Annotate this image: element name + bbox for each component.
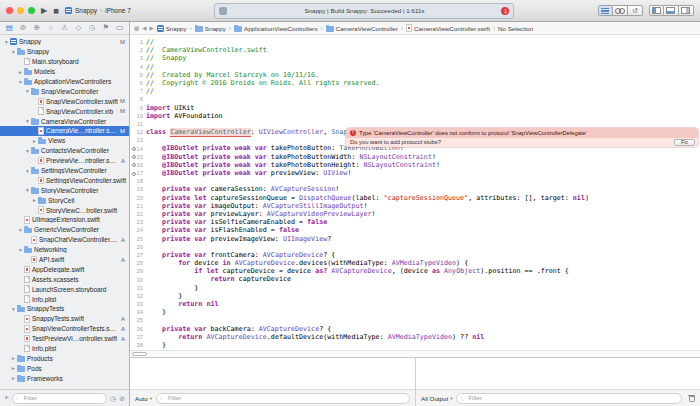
line-number[interactable]: 10 bbox=[130, 113, 146, 119]
disclosure-open-icon[interactable]: ▾ bbox=[24, 148, 31, 154]
code-line[interactable]: 11 bbox=[130, 120, 700, 128]
debug-navigator-icon[interactable]: ◷ bbox=[86, 24, 99, 32]
related-items-icon[interactable]: ▦ bbox=[134, 25, 139, 31]
code-line[interactable]: 28 for device in AVCaptureDevice.devices… bbox=[130, 259, 700, 267]
file-tree-row[interactable]: PreviewVie…ntroller.swiftA bbox=[0, 156, 129, 166]
code-line[interactable]: 4// bbox=[130, 63, 700, 71]
outlet-connector-icon[interactable] bbox=[132, 172, 136, 176]
disclosure-open-icon[interactable]: ▾ bbox=[24, 118, 31, 124]
line-number[interactable]: 17 bbox=[130, 170, 146, 176]
line-number[interactable]: 27 bbox=[130, 252, 146, 258]
file-tree-row[interactable]: ▸Frameworks bbox=[0, 373, 129, 383]
line-number[interactable]: 24 bbox=[130, 227, 146, 233]
code-line[interactable]: 17 @IBOutlet private weak var previewVie… bbox=[130, 169, 700, 177]
file-tree-row[interactable]: ▾Snappy bbox=[0, 47, 129, 57]
file-tree-row[interactable]: ▸Pods bbox=[0, 363, 129, 373]
disclosure-open-icon[interactable]: ▾ bbox=[24, 88, 31, 94]
standard-editor-button[interactable] bbox=[598, 5, 613, 16]
code-line[interactable]: 32 } bbox=[130, 292, 700, 300]
activity-viewer[interactable]: Snappy | Build Snappy: Succeeded | 1:611… bbox=[214, 3, 514, 19]
outlet-connector-icon[interactable] bbox=[132, 147, 136, 151]
issue-count-badge[interactable]: 1 bbox=[501, 7, 509, 15]
disclosure-open-icon[interactable]: ▾ bbox=[24, 168, 31, 174]
code-line[interactable]: 2// CameraViewController.swift bbox=[130, 46, 700, 54]
line-number[interactable]: 31 bbox=[130, 285, 146, 291]
disclosure-open-icon[interactable]: ▾ bbox=[17, 247, 24, 253]
file-tree-row[interactable]: ▾GenericViewController bbox=[0, 225, 129, 235]
file-tree-row[interactable]: ▾ContactsViewController bbox=[0, 146, 129, 156]
file-tree-row[interactable]: ▾SnappyTests bbox=[0, 304, 129, 314]
line-number[interactable]: 37 bbox=[130, 334, 146, 340]
file-tree-row[interactable]: Assets.xcassets bbox=[0, 274, 129, 284]
stop-button[interactable]: ◼ bbox=[53, 7, 59, 14]
code-line[interactable]: 1// bbox=[130, 38, 700, 46]
file-tree-row[interactable]: TestPreviewVi…ontroller.swiftA bbox=[0, 334, 129, 344]
code-line[interactable]: 24 private var isFlashEnabled = false bbox=[130, 226, 700, 234]
disclosure-closed-icon[interactable]: ▸ bbox=[17, 69, 24, 75]
file-tree-row[interactable]: ▸Views bbox=[0, 136, 129, 146]
line-number[interactable]: 34 bbox=[130, 309, 146, 315]
line-number[interactable]: 22 bbox=[130, 211, 146, 217]
file-tree-row[interactable]: ▾SnapViewController bbox=[0, 86, 129, 96]
line-number[interactable]: 11 bbox=[130, 121, 146, 127]
file-tree-row[interactable]: SnapViewController.xibM bbox=[0, 106, 129, 116]
back-button[interactable]: ◀ bbox=[142, 25, 146, 31]
breadcrumb-item[interactable]: Snappy bbox=[157, 25, 187, 32]
line-number[interactable]: 13 bbox=[130, 137, 146, 143]
file-tree-row[interactable]: SnapViewControllerTests.swiftA bbox=[0, 324, 129, 334]
code-line[interactable]: 33 return nil bbox=[130, 300, 700, 308]
file-tree-row[interactable]: SnapChatViewController.swiftA bbox=[0, 235, 129, 245]
toggle-inspector-button[interactable] bbox=[679, 5, 694, 16]
code-line[interactable]: 19 private var cameraSession: AVCaptureS… bbox=[130, 185, 700, 193]
breadcrumb-item[interactable]: CameraViewController.swift bbox=[406, 24, 490, 32]
code-line[interactable]: 10import AVFoundation bbox=[130, 112, 700, 120]
variables-filter-input[interactable] bbox=[156, 393, 410, 404]
line-number[interactable]: 33 bbox=[130, 301, 146, 307]
line-number[interactable]: 3 bbox=[130, 55, 146, 61]
code-line[interactable]: 21 private var imageOutput: AVCaptureSti… bbox=[130, 202, 700, 210]
code-line[interactable]: 23 private var isSelfieCameraEnabled = f… bbox=[130, 218, 700, 226]
assistant-editor-button[interactable] bbox=[613, 5, 628, 16]
line-number[interactable]: 25 bbox=[130, 236, 146, 242]
navigator-filter-input[interactable] bbox=[12, 393, 107, 404]
line-number[interactable]: 8 bbox=[130, 96, 146, 102]
line-number[interactable]: 7 bbox=[130, 88, 146, 94]
file-tree-row[interactable]: ▸Products bbox=[0, 354, 129, 364]
variables-scope-popup[interactable]: Auto ▾ bbox=[135, 395, 152, 402]
toggle-navigator-button[interactable] bbox=[649, 5, 664, 16]
minimize-window-button[interactable] bbox=[17, 7, 24, 14]
code-line[interactable]: 34 } bbox=[130, 308, 700, 316]
project-navigator-icon[interactable]: ▤ bbox=[3, 24, 16, 32]
line-number[interactable]: 4 bbox=[130, 64, 146, 70]
console-output[interactable] bbox=[416, 358, 700, 389]
outlet-connector-icon[interactable] bbox=[132, 163, 136, 167]
file-tree-row[interactable]: Main.storyboard bbox=[0, 57, 129, 67]
version-editor-button[interactable]: ↺ bbox=[628, 5, 643, 16]
breadcrumb-item[interactable]: ApplicationViewControllers bbox=[234, 25, 318, 32]
file-tree-row[interactable]: LaunchScreen.storyboard bbox=[0, 284, 129, 294]
close-window-button[interactable] bbox=[6, 7, 13, 14]
line-number[interactable]: 15 bbox=[130, 154, 146, 160]
code-line[interactable]: 15 @IBOutlet private weak var takePhotoB… bbox=[130, 153, 700, 161]
horizontal-scrollbar[interactable] bbox=[130, 350, 700, 357]
zoom-window-button[interactable] bbox=[28, 7, 35, 14]
code-line[interactable]: 5// Created by Marcel Starczyk on 10/11/… bbox=[130, 71, 700, 79]
file-tree-row[interactable]: AppDelegate.swift bbox=[0, 264, 129, 274]
line-number[interactable]: 32 bbox=[130, 293, 146, 299]
test-navigator-icon[interactable]: ◇ bbox=[72, 24, 85, 32]
scrollbar-thumb[interactable] bbox=[132, 352, 147, 356]
code-line[interactable]: 27 private var frontCamera: AVCaptureDev… bbox=[130, 251, 700, 259]
line-number[interactable]: 36 bbox=[130, 326, 146, 332]
code-line[interactable]: 36 private var backCamera: AVCaptureDevi… bbox=[130, 325, 700, 333]
line-number[interactable]: 28 bbox=[130, 260, 146, 266]
code-line[interactable]: 7// bbox=[130, 87, 700, 95]
disclosure-open-icon[interactable]: ▾ bbox=[24, 187, 31, 193]
file-tree-row[interactable]: ▾SnappyM bbox=[0, 37, 129, 47]
file-tree-row[interactable]: ▾Networking bbox=[0, 245, 129, 255]
file-tree-row[interactable]: SnappyTests.swiftA bbox=[0, 314, 129, 324]
line-number[interactable]: 5 bbox=[130, 72, 146, 78]
fix-button[interactable]: Fix bbox=[674, 139, 695, 147]
source-editor[interactable]: 1//2// CameraViewController.swift3// Sna… bbox=[130, 35, 700, 350]
line-number[interactable]: 38 bbox=[130, 342, 146, 348]
code-line[interactable]: 31 } bbox=[130, 284, 700, 292]
